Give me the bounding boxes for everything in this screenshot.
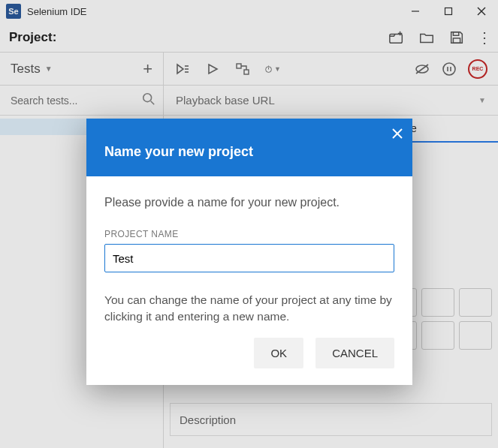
speed-icon[interactable]: ▼ bbox=[264, 61, 281, 77]
step-icon[interactable] bbox=[234, 61, 251, 77]
disable-breakpoints-icon[interactable] bbox=[414, 61, 430, 77]
chevron-down-icon: ▼ bbox=[45, 65, 53, 73]
modal-prompt: Please provide a name for your new proje… bbox=[104, 196, 394, 209]
chevron-down-icon[interactable]: ▼ bbox=[478, 96, 486, 104]
add-test-button[interactable]: + bbox=[143, 59, 152, 79]
grid-cell[interactable] bbox=[459, 321, 492, 350]
playback-url-wrap: ▼ bbox=[164, 86, 498, 115]
svg-line-25 bbox=[151, 101, 155, 104]
project-actions: ⋮ bbox=[387, 28, 489, 47]
chevron-down-icon: ▼ bbox=[274, 65, 281, 73]
secondary-bar: Tests ▼ + ▼ REC bbox=[0, 53, 498, 86]
svg-rect-8 bbox=[453, 38, 460, 42]
grid-cell[interactable] bbox=[421, 321, 454, 350]
svg-rect-1 bbox=[445, 8, 452, 15]
record-button[interactable]: REC bbox=[468, 59, 487, 79]
open-project-icon[interactable] bbox=[417, 28, 436, 47]
pause-icon[interactable] bbox=[441, 61, 457, 77]
ok-button[interactable]: OK bbox=[254, 338, 303, 368]
grid-cell[interactable] bbox=[421, 288, 454, 317]
app-logo: Se bbox=[6, 4, 21, 19]
playback-url-input[interactable] bbox=[176, 94, 478, 107]
search-tests-wrap bbox=[0, 86, 164, 115]
modal-hint: You can change the name of your project … bbox=[104, 292, 394, 324]
title-bar: Se Selenium IDE bbox=[0, 0, 498, 23]
search-icon bbox=[142, 92, 155, 109]
close-window-button[interactable] bbox=[465, 0, 498, 23]
new-project-modal: Name your new project Please provide a n… bbox=[86, 119, 412, 385]
save-project-icon[interactable] bbox=[447, 28, 466, 47]
third-bar: ▼ bbox=[0, 86, 498, 116]
tests-dropdown[interactable]: Tests ▼ + bbox=[0, 53, 164, 85]
project-label: Project: bbox=[9, 30, 56, 45]
tests-label: Tests bbox=[11, 62, 41, 77]
search-tests-input[interactable] bbox=[11, 95, 142, 107]
project-name-label: PROJECT NAME bbox=[104, 229, 394, 239]
svg-rect-14 bbox=[237, 64, 241, 68]
project-name-input[interactable] bbox=[104, 244, 394, 272]
close-icon[interactable] bbox=[391, 126, 403, 143]
more-menu-icon[interactable]: ⋮ bbox=[477, 30, 489, 45]
cancel-button[interactable]: CANCEL bbox=[315, 338, 394, 368]
maximize-button[interactable] bbox=[432, 0, 465, 23]
run-all-icon[interactable] bbox=[174, 61, 191, 77]
description-label: Description bbox=[180, 413, 236, 426]
svg-rect-15 bbox=[244, 70, 249, 74]
svg-rect-7 bbox=[453, 32, 458, 35]
window-controls bbox=[399, 0, 498, 23]
app-title: Selenium IDE bbox=[27, 6, 86, 17]
minimize-button[interactable] bbox=[399, 0, 432, 23]
svg-point-24 bbox=[143, 93, 152, 101]
svg-marker-13 bbox=[209, 65, 217, 74]
description-row[interactable]: Description bbox=[170, 403, 492, 436]
modal-header: Name your new project bbox=[86, 119, 412, 176]
grid-cell[interactable] bbox=[459, 288, 492, 317]
modal-title: Name your new project bbox=[104, 144, 394, 160]
project-bar: Project: ⋮ bbox=[0, 23, 498, 53]
modal-body: Please provide a name for your new proje… bbox=[86, 176, 412, 385]
modal-actions: OK CANCEL bbox=[104, 338, 394, 368]
play-toolbar: ▼ REC bbox=[164, 53, 498, 85]
new-project-icon[interactable] bbox=[387, 28, 406, 47]
run-current-icon[interactable] bbox=[204, 61, 221, 77]
svg-marker-9 bbox=[177, 65, 183, 74]
svg-point-21 bbox=[443, 63, 455, 75]
